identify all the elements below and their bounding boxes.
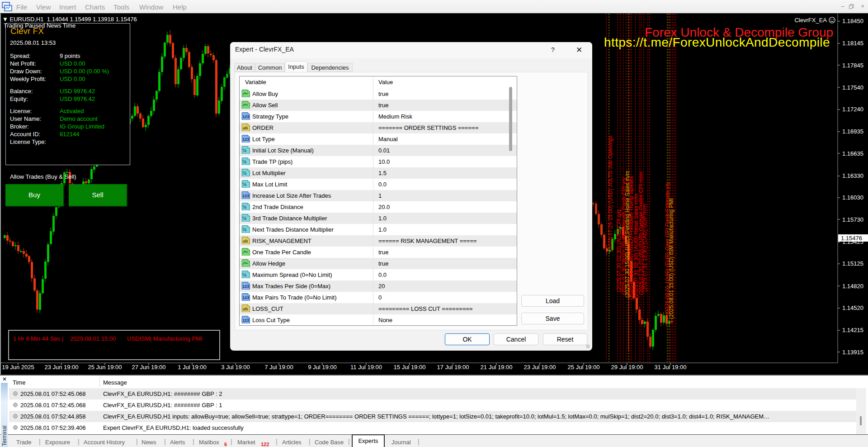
svg-text:1.15476: 1.15476 (841, 235, 862, 242)
svg-text:27 Jun 19:00: 27 Jun 19:00 (132, 364, 165, 371)
svg-text:1.13915: 1.13915 (842, 349, 863, 356)
svg-text:1.16935: 1.16935 (842, 128, 863, 135)
svg-text:1.18145: 1.18145 (842, 40, 863, 47)
svg-text:1.14820: 1.14820 (842, 283, 863, 290)
svg-text:1 Jul 19:00: 1 Jul 19:00 (178, 364, 207, 371)
svg-text:1.18450: 1.18450 (842, 18, 863, 24)
svg-text:7 Jul 19:00: 7 Jul 19:00 (264, 364, 293, 371)
svg-text:1.17240: 1.17240 (842, 106, 863, 113)
svg-text:1.15730: 1.15730 (842, 216, 863, 223)
svg-text:31 Jul 19:00: 31 Jul 19:00 (655, 364, 687, 371)
svg-text:25 Jun 19:00: 25 Jun 19:00 (88, 364, 122, 371)
svg-text:23 Jul 19:00: 23 Jul 19:00 (524, 364, 556, 371)
svg-text:23 Jun 19:00: 23 Jun 19:00 (44, 364, 78, 371)
svg-text:29 Jul 19:00: 29 Jul 19:00 (611, 364, 643, 371)
svg-text:1.14520: 1.14520 (842, 304, 863, 311)
svg-text:3 Jul 19:00: 3 Jul 19:00 (221, 364, 250, 371)
svg-text:(2025.08.01 15:00) (USD) ISM M: (2025.08.01 15:00) (USD) ISM Manufacturi… (668, 198, 675, 319)
svg-text:9 Jul 19:00: 9 Jul 19:00 (308, 364, 337, 371)
svg-text:1.17845: 1.17845 (842, 62, 863, 69)
svg-text:19 Jun 2025: 19 Jun 2025 (2, 364, 34, 371)
svg-text:(2025.07.31 13:30) (CAD) GDP m: (2025.07.31 13:30) (CAD) GDP m/m (642, 204, 648, 292)
svg-text:21 Jul 19:00: 21 Jul 19:00 (481, 364, 513, 371)
svg-text:1.14215: 1.14215 (842, 327, 863, 333)
svg-text:1.17540: 1.17540 (842, 84, 863, 91)
svg-text:Terminal: Terminal (1, 426, 8, 446)
svg-text:17 Jul 19:00: 17 Jul 19:00 (437, 364, 469, 371)
svg-text:1.16030: 1.16030 (842, 194, 863, 201)
svg-text:25 Jul 19:00: 25 Jul 19:00 (568, 364, 600, 371)
svg-text:1.15125: 1.15125 (842, 260, 863, 267)
svg-text:(2025.07.29 15:00) (USD) JOLTS: (2025.07.29 15:00) (USD) JOLTS Job Openi… (607, 136, 613, 251)
svg-text:1.16330: 1.16330 (842, 172, 863, 179)
svg-text:15 Jul 19:00: 15 Jul 19:00 (394, 364, 426, 371)
svg-text:11 Jul 19:00: 11 Jul 19:00 (350, 364, 382, 371)
svg-text:1.16635: 1.16635 (842, 150, 863, 157)
